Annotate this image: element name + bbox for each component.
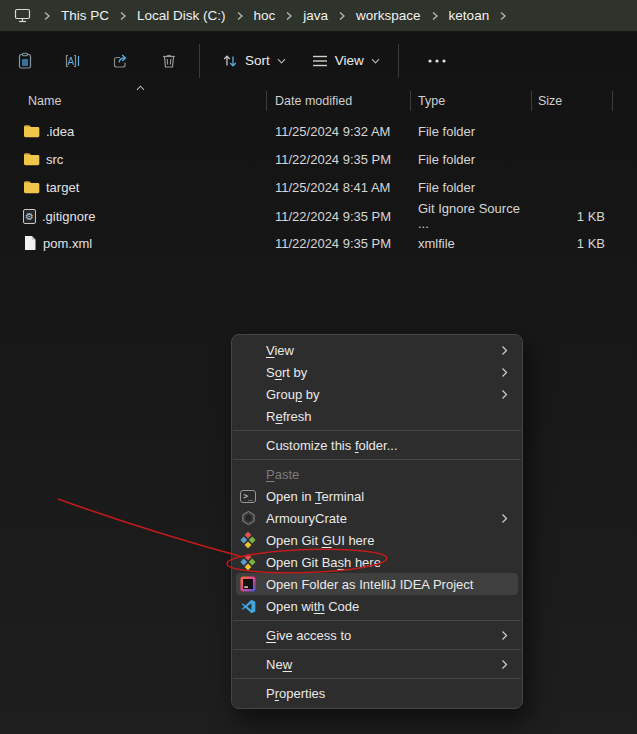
rename-icon: A (64, 52, 82, 70)
context-menu-item-paste: Paste (236, 463, 518, 485)
file-list: .idea 11/25/2024 9:32 AM File folder src… (0, 117, 637, 257)
terminal-icon: >_ (240, 490, 256, 503)
command-bar: A Sort View (0, 33, 637, 88)
context-menu-item-open-git-gui-here[interactable]: Open Git GUI here (236, 529, 518, 551)
toolbar-divider (398, 44, 399, 78)
file-row-target[interactable]: target 11/25/2024 8:41 AM File folder (0, 173, 637, 201)
menu-separator (233, 649, 521, 650)
share-button[interactable] (103, 43, 139, 79)
folder-icon (23, 124, 40, 138)
chevron-right-icon (43, 11, 51, 21)
file-row-gitignore[interactable]: ⚙.gitignore 11/22/2024 9:35 PM Git Ignor… (0, 201, 637, 229)
context-menu-item-open-folder-intellij[interactable]: Open Folder as IntelliJ IDEA Project (236, 573, 518, 595)
context-menu-item-give-access-to[interactable]: Give access to (236, 624, 518, 646)
chevron-down-icon (277, 58, 286, 64)
folder-icon (23, 180, 40, 194)
computer-icon[interactable] (14, 7, 31, 24)
context-menu-item-refresh[interactable]: Refresh (236, 405, 518, 427)
chevron-right-icon (501, 630, 508, 641)
breadcrumb-hoc[interactable]: hoc (254, 8, 276, 23)
context-menu-item-new[interactable]: New (236, 653, 518, 675)
column-header-date-modified[interactable]: Date modified (267, 90, 411, 112)
git-icon (240, 554, 256, 570)
menu-separator (233, 620, 521, 621)
breadcrumb: This PC Local Disk (C:) hoc java workspa… (0, 0, 637, 32)
more-options-button[interactable] (415, 50, 459, 72)
context-menu-item-open-in-terminal[interactable]: >_ Open in Terminal (236, 485, 518, 507)
clipboard-icon (16, 52, 34, 70)
red-arrow-annotation (58, 499, 243, 557)
chevron-right-icon (119, 11, 127, 21)
context-menu-item-customize-this-folder[interactable]: Customize this folder... (236, 434, 518, 456)
chevron-down-icon (371, 58, 380, 64)
view-button[interactable]: View (302, 45, 390, 76)
view-lines-icon (312, 54, 328, 68)
chevron-right-icon (285, 11, 293, 21)
column-header-name[interactable]: Name (0, 90, 267, 112)
breadcrumb-ketoan[interactable]: ketoan (449, 8, 490, 23)
rename-glyph: A (67, 55, 74, 66)
chevron-right-icon (431, 11, 439, 21)
menu-separator (233, 459, 521, 460)
sort-arrows-icon (222, 53, 238, 69)
view-label: View (335, 53, 364, 68)
context-menu-item-open-with-code[interactable]: Open with Code (236, 595, 518, 617)
context-menu: View Sort by Group by Refresh Customize … (231, 334, 523, 709)
context-menu-item-armourycrate[interactable]: ArmouryCrate (236, 507, 518, 529)
chevron-right-icon (501, 389, 508, 400)
git-icon (240, 532, 256, 548)
breadcrumb-workspace[interactable]: workspace (356, 8, 421, 23)
paste-button[interactable] (7, 43, 43, 79)
intellij-icon (240, 576, 256, 592)
rename-button[interactable]: A (55, 43, 91, 79)
chevron-right-icon (236, 11, 244, 21)
ellipsis-icon (427, 58, 447, 64)
breadcrumb-local-disk-c[interactable]: Local Disk (C:) (137, 8, 226, 23)
folder-icon (23, 152, 40, 166)
file-explorer-window: { "breadcrumb": { "items": ["This PC", "… (0, 0, 637, 734)
chevron-right-icon (501, 345, 508, 356)
share-icon (112, 52, 130, 70)
context-menu-item-group-by[interactable]: Group by (236, 383, 518, 405)
file-row-pom-xml[interactable]: pom.xml 11/22/2024 9:35 PM xmlfile 1 KB (0, 229, 637, 257)
breadcrumb-this-pc[interactable]: This PC (61, 8, 109, 23)
context-menu-item-open-git-bash-here[interactable]: Open Git Bash here (236, 551, 518, 573)
context-menu-item-view[interactable]: View (236, 339, 518, 361)
xml-file-icon (23, 235, 37, 251)
context-menu-item-sort-by[interactable]: Sort by (236, 361, 518, 383)
chevron-right-icon (501, 367, 508, 378)
vscode-icon (240, 598, 256, 614)
file-row-src[interactable]: src 11/22/2024 9:35 PM File folder (0, 145, 637, 173)
sort-button[interactable]: Sort (212, 45, 296, 77)
chevron-right-icon (501, 513, 508, 524)
chevron-right-icon[interactable] (499, 11, 507, 21)
menu-separator (233, 430, 521, 431)
trash-icon (160, 52, 178, 70)
gitignore-file-icon: ⚙ (23, 209, 36, 224)
delete-button[interactable] (151, 43, 187, 79)
breadcrumb-java[interactable]: java (303, 8, 328, 23)
menu-separator (233, 678, 521, 679)
chevron-right-icon (338, 11, 346, 21)
column-header-type[interactable]: Type (411, 90, 532, 112)
column-headers: Name Date modified Type Size (0, 88, 637, 114)
column-header-size[interactable]: Size (532, 90, 613, 112)
context-menu-item-properties[interactable]: Properties (236, 682, 518, 704)
file-row-idea[interactable]: .idea 11/25/2024 9:32 AM File folder (0, 117, 637, 145)
chevron-right-icon (501, 659, 508, 670)
sort-label: Sort (245, 53, 270, 68)
toolbar-divider (199, 44, 200, 78)
armourycrate-icon (240, 510, 256, 526)
